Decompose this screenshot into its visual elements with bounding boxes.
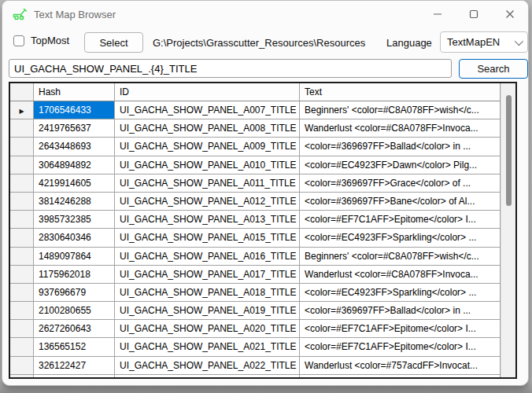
hash-cell[interactable]: 2100280655 [34, 302, 115, 320]
search-input[interactable] [9, 59, 452, 78]
row-selector-cell[interactable] [10, 248, 34, 266]
table-row[interactable]: 2643448693 UI_GACHA_SHOW_PANEL_A009_TITL… [10, 138, 501, 156]
text-cell[interactable]: <color=#EC4923FF>Sparkling</color> ... [300, 284, 501, 302]
text-cell[interactable]: <color=#EC4923FF>Sparkling</color> ... [300, 229, 501, 247]
close-button[interactable] [492, 1, 528, 28]
chevron-down-icon [515, 36, 523, 45]
table-row[interactable]: 2627260643 UI_GACHA_SHOW_PANEL_A020_TITL… [10, 320, 501, 338]
id-cell[interactable]: UI_GACHA_SHOW_PANEL_A013_TITLE [115, 211, 300, 229]
column-header-id[interactable]: ID [115, 83, 300, 101]
table-row[interactable]: 1175962018 UI_GACHA_SHOW_PANEL_A017_TITL… [10, 266, 501, 284]
text-cell[interactable]: Wanderlust <color=#C8A078FF>Invoca... [300, 119, 501, 138]
hash-cell[interactable]: 3064894892 [34, 156, 115, 174]
text-cell[interactable]: Beginners' <color=#C8A078FF>wish</c... [300, 248, 501, 266]
row-selector-cell[interactable] [10, 266, 34, 284]
id-cell[interactable]: UI_GACHA_SHOW_PANEL_A009_TITLE [115, 138, 300, 156]
text-cell[interactable]: <color=#EF7C1AFF>Epitome</color> I... [300, 338, 501, 356]
table-row[interactable]: 3985732385 UI_GACHA_SHOW_PANEL_A013_TITL… [10, 211, 501, 229]
text-cell[interactable]: <color=#EF7C1AFF>Epitome</color> I... [300, 320, 501, 338]
table-row[interactable]: 4219914605 UI_GACHA_SHOW_PANEL_A011_TITL… [10, 174, 501, 193]
topmost-checkbox[interactable] [13, 35, 24, 46]
id-cell[interactable]: UI_GACHA_SHOW_PANEL_A008_TITLE [115, 119, 300, 138]
hash-cell[interactable]: 3985732385 [34, 211, 115, 229]
table-row[interactable]: 3064894892 UI_GACHA_SHOW_PANEL_A010_TITL… [10, 156, 501, 174]
id-cell[interactable] [115, 375, 300, 377]
hash-cell[interactable]: 4219914605 [34, 174, 115, 193]
text-cell[interactable]: <color=#369697FF>Grace</color> of ... [300, 174, 501, 193]
row-selector-cell[interactable] [10, 193, 34, 211]
text-cell[interactable]: <color=#369697FF>Ballad</color> in ... [300, 302, 501, 320]
vertical-scrollbar[interactable] [501, 83, 515, 377]
grid-main: Hash ID Text ▶ 1706546433 UI_GACHA_SHOW_… [10, 83, 501, 377]
text-cell[interactable]: <color=#EC4923FF>Dawn</color> Pilg... [300, 156, 501, 174]
table-row[interactable]: 2100280655 UI_GACHA_SHOW_PANEL_A019_TITL… [10, 302, 501, 320]
text-cell[interactable]: Wanderlust <color=#C8A078FF>Invoca... [300, 266, 501, 284]
id-cell[interactable]: UI_GACHA_SHOW_PANEL_A012_TITLE [115, 193, 300, 211]
table-row[interactable]: 326122427 UI_GACHA_SHOW_PANEL_A022_TITLE… [10, 357, 501, 375]
text-cell[interactable] [300, 375, 501, 377]
id-cell[interactable]: UI_GACHA_SHOW_PANEL_A019_TITLE [115, 302, 300, 320]
window-title: Text Map Browser [34, 9, 116, 20]
id-cell[interactable]: UI_GACHA_SHOW_PANEL_A010_TITLE [115, 156, 300, 174]
language-dropdown[interactable]: TextMapEN [440, 31, 528, 53]
id-cell[interactable]: UI_GACHA_SHOW_PANEL_A020_TITLE [115, 320, 300, 338]
text-cell[interactable]: Wanderlust <color=#757acdFF>Invocat... [300, 357, 501, 375]
hash-cell[interactable]: 1489097864 [34, 248, 115, 266]
hash-cell[interactable]: 136565152 [34, 338, 115, 356]
id-cell[interactable]: UI_GACHA_SHOW_PANEL_A018_TITLE [115, 284, 300, 302]
text-cell[interactable]: <color=#369697FF>Ballad</color> in ... [300, 138, 501, 156]
row-selector-cell[interactable]: ▶ [10, 101, 34, 119]
row-selector-cell[interactable] [10, 229, 34, 247]
hash-cell[interactable]: 2643448693 [34, 138, 115, 156]
table-row[interactable]: 136565152 UI_GACHA_SHOW_PANEL_A021_TITLE… [10, 338, 501, 356]
id-cell[interactable]: UI_GACHA_SHOW_PANEL_A011_TITLE [115, 174, 300, 193]
hash-cell[interactable]: 1706546433 [34, 101, 115, 119]
row-selector-cell[interactable] [10, 302, 34, 320]
row-selector-cell[interactable] [10, 156, 34, 174]
maximize-button[interactable] [456, 1, 492, 28]
table-row[interactable]: ▶ 1706546433 UI_GACHA_SHOW_PANEL_A007_TI… [10, 101, 501, 119]
table-row[interactable]: 937696679 UI_GACHA_SHOW_PANEL_A018_TITLE… [10, 284, 501, 302]
column-header-hash[interactable]: Hash [34, 83, 115, 101]
text-cell[interactable]: <color=#369697FF>Bane</color> of Al... [300, 193, 501, 211]
text-cell[interactable]: <color=#EF7C1AFF>Epitome</color> I... [300, 211, 501, 229]
row-selector-cell[interactable] [10, 338, 34, 356]
row-selector-header[interactable] [10, 83, 34, 101]
close-icon [505, 9, 515, 19]
hash-cell[interactable] [34, 375, 115, 377]
hash-cell[interactable]: 326122427 [34, 357, 115, 375]
id-cell[interactable]: UI_GACHA_SHOW_PANEL_A022_TITLE [115, 357, 300, 375]
id-cell[interactable]: UI_GACHA_SHOW_PANEL_A021_TITLE [115, 338, 300, 356]
table-row[interactable]: 2419765637 UI_GACHA_SHOW_PANEL_A008_TITL… [10, 119, 501, 138]
row-selector-cell[interactable] [10, 375, 34, 377]
row-selector-cell[interactable] [10, 320, 34, 338]
scrollbar-thumb[interactable] [506, 95, 512, 206]
table-row[interactable] [10, 375, 501, 377]
text-cell[interactable]: Beginners' <color=#C8A078FF>wish</c... [300, 101, 501, 119]
table-row[interactable]: 1489097864 UI_GACHA_SHOW_PANEL_A016_TITL… [10, 248, 501, 266]
hash-cell[interactable]: 1175962018 [34, 266, 115, 284]
hash-cell[interactable]: 3814246288 [34, 193, 115, 211]
hash-cell[interactable]: 2830640346 [34, 229, 115, 247]
row-selector-cell[interactable] [10, 119, 34, 138]
id-cell[interactable]: UI_GACHA_SHOW_PANEL_A017_TITLE [115, 266, 300, 284]
row-selector-cell[interactable] [10, 284, 34, 302]
minimize-button[interactable] [419, 1, 456, 28]
topmost-checkbox-group[interactable]: TopMost [13, 35, 69, 46]
id-cell[interactable]: UI_GACHA_SHOW_PANEL_A015_TITLE [115, 229, 300, 247]
id-cell[interactable]: UI_GACHA_SHOW_PANEL_A007_TITLE [115, 101, 300, 119]
id-cell[interactable]: UI_GACHA_SHOW_PANEL_A016_TITLE [115, 248, 300, 266]
row-selector-cell[interactable] [10, 357, 34, 375]
row-selector-cell[interactable] [10, 138, 34, 156]
row-selector-cell[interactable] [10, 211, 34, 229]
hash-cell[interactable]: 2627260643 [34, 320, 115, 338]
table-row[interactable]: 3814246288 UI_GACHA_SHOW_PANEL_A012_TITL… [10, 193, 501, 211]
select-button[interactable]: Select [84, 32, 143, 53]
window-controls [419, 1, 528, 28]
table-row[interactable]: 2830640346 UI_GACHA_SHOW_PANEL_A015_TITL… [10, 229, 501, 247]
hash-cell[interactable]: 2419765637 [34, 119, 115, 138]
row-selector-cell[interactable] [10, 174, 34, 193]
column-header-text[interactable]: Text [300, 83, 501, 101]
search-button[interactable]: Search [459, 59, 528, 79]
hash-cell[interactable]: 937696679 [34, 284, 115, 302]
